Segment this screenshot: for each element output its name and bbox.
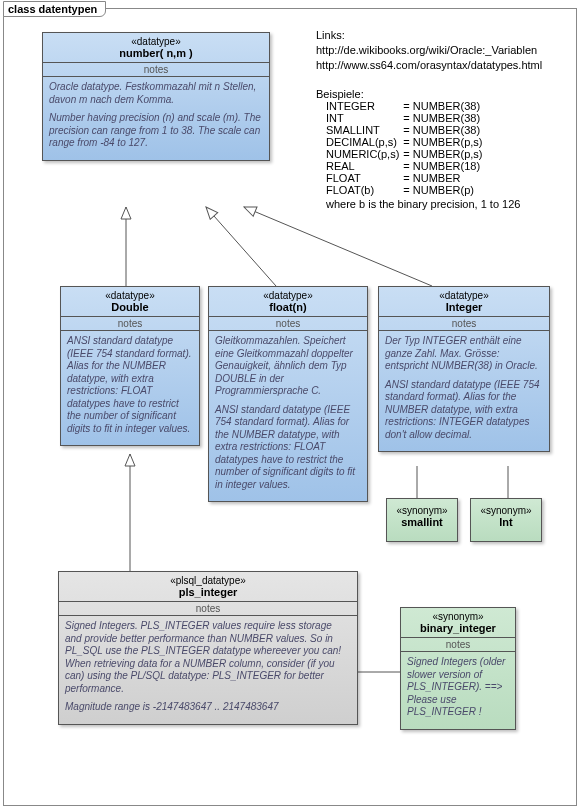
table-row: NUMERIC(p,s)= NUMBER(p,s) — [316, 148, 485, 160]
class-int: «synonym» Int — [470, 498, 542, 542]
table-row: INTEGER= NUMBER(38) — [316, 100, 485, 112]
stereotype: «datatype» — [65, 290, 195, 301]
class-smallint: «synonym» smallint — [386, 498, 458, 542]
class-name: float(n) — [213, 301, 363, 313]
class-header: «datatype» Double — [61, 287, 199, 317]
examples-table: INTEGER= NUMBER(38) INT= NUMBER(38) SMAL… — [316, 100, 485, 196]
notes-label: notes — [209, 317, 367, 331]
examples-footer: where b is the binary precision, 1 to 12… — [316, 198, 520, 210]
class-name: Double — [65, 301, 195, 313]
class-name: smallint — [391, 516, 453, 528]
class-header: «datatype» float(n) — [209, 287, 367, 317]
class-integer: «datatype» Integer notes Der Typ INTEGER… — [378, 286, 550, 452]
notes-body: Der Typ INTEGER enthält eine ganze Zahl.… — [379, 331, 549, 451]
notes-body: Gleitkommazahlen. Speichert eine Gleitko… — [209, 331, 367, 501]
class-name: binary_integer — [405, 622, 511, 634]
examples-block: Beispiele: INTEGER= NUMBER(38) INT= NUMB… — [316, 88, 520, 210]
link-2[interactable]: http://www.ss64.com/orasyntax/datatypes.… — [316, 59, 542, 71]
class-double: «datatype» Double notes ANSI standard da… — [60, 286, 200, 446]
table-row: INT= NUMBER(38) — [316, 112, 485, 124]
frame-title: class datentypen — [3, 1, 106, 17]
stereotype: «datatype» — [213, 290, 363, 301]
notes-body: Signed Integers (older slower version of… — [401, 652, 515, 729]
notes-body: ANSI standard datatype (IEEE 754 standar… — [61, 331, 199, 445]
table-row: FLOAT= NUMBER — [316, 172, 485, 184]
table-row: SMALLINT= NUMBER(38) — [316, 124, 485, 136]
class-header: «datatype» number( n,m ) — [43, 33, 269, 63]
links-block: Links: http://de.wikibooks.org/wiki/Orac… — [316, 28, 542, 73]
table-row: DECIMAL(p,s)= NUMBER(p,s) — [316, 136, 485, 148]
class-float: «datatype» float(n) notes Gleitkommazahl… — [208, 286, 368, 502]
stereotype: «synonym» — [405, 611, 511, 622]
stereotype: «synonym» — [475, 505, 537, 516]
class-header: «plsql_datatype» pls_integer — [59, 572, 357, 602]
notes-label: notes — [379, 317, 549, 331]
class-pls-integer: «plsql_datatype» pls_integer notes Signe… — [58, 571, 358, 725]
stereotype: «plsql_datatype» — [63, 575, 353, 586]
notes-label: notes — [61, 317, 199, 331]
links-heading: Links: — [316, 28, 542, 43]
link-1[interactable]: http://de.wikibooks.org/wiki/Oracle:_Var… — [316, 44, 537, 56]
frame-title-text: class datentypen — [8, 3, 97, 15]
notes-label: notes — [401, 638, 515, 652]
class-binary-integer: «synonym» binary_integer notes Signed In… — [400, 607, 516, 730]
class-header: «datatype» Integer — [379, 287, 549, 317]
stereotype: «synonym» — [391, 505, 453, 516]
class-name: Integer — [383, 301, 545, 313]
class-header: «synonym» smallint — [387, 499, 457, 531]
stereotype: «datatype» — [383, 290, 545, 301]
class-header: «synonym» binary_integer — [401, 608, 515, 638]
class-number: «datatype» number( n,m ) notes Oracle da… — [42, 32, 270, 161]
stereotype: «datatype» — [47, 36, 265, 47]
notes-body: Oracle datatype. Festkommazahl mit n Ste… — [43, 77, 269, 160]
class-name: Int — [475, 516, 537, 528]
notes-label: notes — [59, 602, 357, 616]
table-row: REAL= NUMBER(18) — [316, 160, 485, 172]
class-name: number( n,m ) — [47, 47, 265, 59]
class-name: pls_integer — [63, 586, 353, 598]
table-row: FLOAT(b)= NUMBER(p) — [316, 184, 485, 196]
class-header: «synonym» Int — [471, 499, 541, 531]
examples-heading: Beispiele: — [316, 88, 520, 100]
notes-body: Signed Integers. PLS_INTEGER values requ… — [59, 616, 357, 724]
notes-label: notes — [43, 63, 269, 77]
